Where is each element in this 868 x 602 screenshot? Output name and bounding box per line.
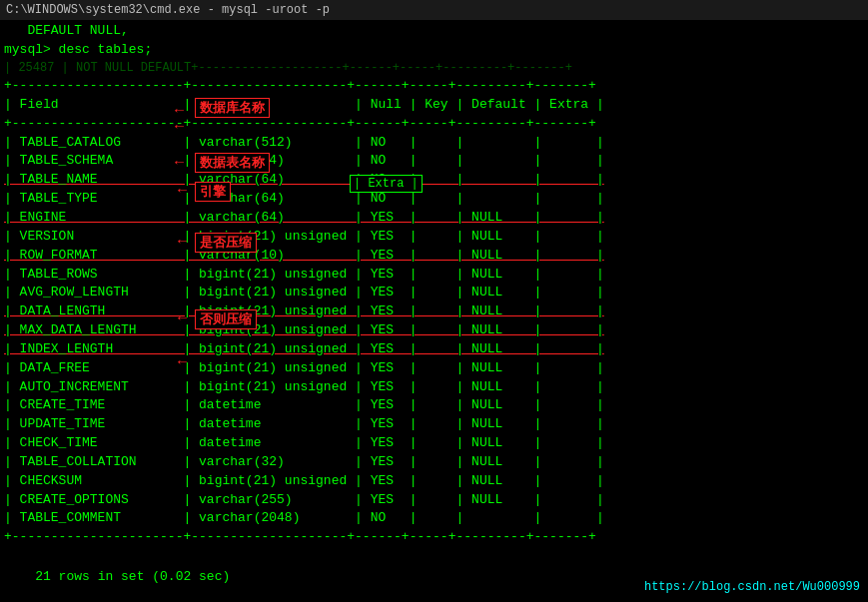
- blog-url: https://blog.csdn.net/Wu000999: [644, 580, 860, 594]
- row-table-rows: | TABLE_ROWS | bigint(21) unsigned | YES…: [4, 266, 864, 285]
- blog-link: https://blog.csdn.net/Wu000999: [644, 580, 860, 594]
- row-data-free: | DATA_FREE | bigint(21) unsigned | YES …: [4, 359, 864, 378]
- prev-content: | 25487 | NOT NULL DEFAULT+-------------…: [4, 60, 864, 77]
- row-create-options: | CREATE_OPTIONS | varchar(255) | YES | …: [4, 491, 864, 510]
- table-header-row: | Field | Type | Null | Key | Default | …: [4, 96, 864, 115]
- row-update-time: | UPDATE_TIME | datetime | YES | | NULL …: [4, 415, 864, 434]
- title-text: C:\WINDOWS\system32\cmd.exe - mysql -uro…: [6, 3, 330, 17]
- top-line-1: DEFAULT NULL,: [4, 22, 864, 41]
- table-sep-bottom: +----------------------+----------------…: [4, 528, 864, 547]
- row-table-name: | TABLE_NAME | varchar(64) | NO | | | |: [4, 171, 864, 190]
- row-auto-increment: | AUTO_INCREMENT | bigint(21) unsigned |…: [4, 378, 864, 397]
- row-create-time: | CREATE_TIME | datetime | YES | | NULL …: [4, 396, 864, 415]
- row-version: | VERSION | bigint(21) unsigned | YES | …: [4, 228, 864, 247]
- table-sep-header: +----------------------+----------------…: [4, 115, 864, 134]
- title-bar: C:\WINDOWS\system32\cmd.exe - mysql -uro…: [0, 0, 868, 20]
- row-data-length: | DATA_LENGTH | bigint(21) unsigned | YE…: [4, 302, 864, 321]
- table-sep-top: +----------------------+----------------…: [4, 77, 864, 96]
- footer-line: 21 rows in set (0.02 sec): [4, 549, 864, 602]
- row-table-collation: | TABLE_COLLATION | varchar(32) | YES | …: [4, 453, 864, 472]
- top-line-2: mysql> desc tables;: [4, 41, 864, 60]
- row-engine: | ENGINE | varchar(64) | YES | | NULL | …: [4, 209, 864, 228]
- row-avg-row-length: | AVG_ROW_LENGTH | bigint(21) unsigned |…: [4, 284, 864, 302]
- row-table-type: | TABLE_TYPE | varchar(64) | NO | | | |: [4, 190, 864, 209]
- row-check-time: | CHECK_TIME | datetime | YES | | NULL |…: [4, 434, 864, 453]
- row-index-length: | INDEX_LENGTH | bigint(21) unsigned | Y…: [4, 340, 864, 359]
- row-table-comment: | TABLE_COMMENT | varchar(2048) | NO | |…: [4, 509, 864, 528]
- row-checksum: | CHECKSUM | bigint(21) unsigned | YES |…: [4, 472, 864, 491]
- row-table-catalog: | TABLE_CATALOG | varchar(512) | NO | | …: [4, 134, 864, 153]
- row-row-format: | ROW_FORMAT | varchar(10) | YES | | NUL…: [4, 247, 864, 266]
- row-table-schema: | TABLE_SCHEMA | varchar(64) | NO | | | …: [4, 152, 864, 171]
- rows-count: 21 rows in set (0.02 sec): [35, 569, 230, 584]
- terminal: DEFAULT NULL, mysql> desc tables; | 2548…: [0, 20, 868, 602]
- row-max-data-length: | MAX_DATA_LENGTH | bigint(21) unsigned …: [4, 321, 864, 340]
